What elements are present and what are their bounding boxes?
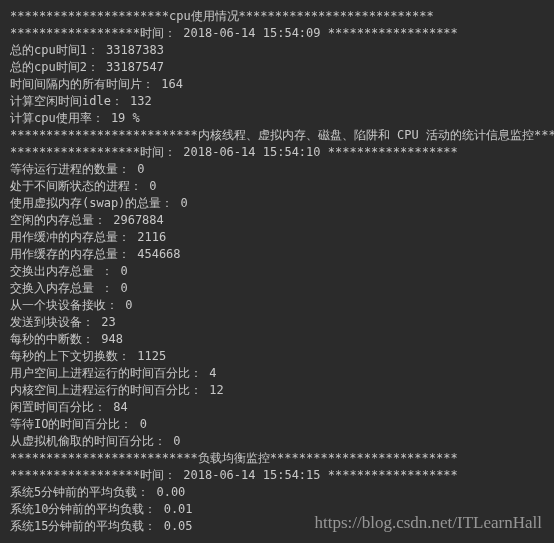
terminal-output: **********************cpu使用情况***********…: [10, 8, 544, 535]
cpu-time-header: ******************时间： 2018-06-14 15:54:0…: [10, 25, 544, 42]
stats-time-header: ******************时间： 2018-06-14 15:54:1…: [10, 144, 544, 161]
stats-waiting-procs: 等待运行进程的数量： 0: [10, 161, 544, 178]
cpu-usage-rate: 计算cpu使用率： 19 %: [10, 110, 544, 127]
cpu-interval-slices: 时间间隔内的所有时间片： 164: [10, 76, 544, 93]
stats-cache-mem: 用作缓存的内存总量： 454668: [10, 246, 544, 263]
stats-blk-send: 发送到块设备： 23: [10, 314, 544, 331]
stats-section-header: **************************内核线程、虚拟内存、磁盘、陷…: [10, 127, 544, 144]
stats-kernel-time: 内核空间上进程运行的时间百分比： 12: [10, 382, 544, 399]
cpu-idle-time: 计算空闲时间idle： 132: [10, 93, 544, 110]
load-avg-15: 系统15分钟前的平均负载： 0.05: [10, 518, 544, 535]
cpu-total-time-2: 总的cpu时间2： 33187547: [10, 59, 544, 76]
load-time-header: ******************时间： 2018-06-14 15:54:1…: [10, 467, 544, 484]
stats-swap-out: 交换出内存总量 ： 0: [10, 263, 544, 280]
stats-ctx-switch: 每秒的上下文切换数： 1125: [10, 348, 544, 365]
load-section-header: **************************负载均衡监控********…: [10, 450, 544, 467]
stats-swap-total: 使用虚拟内存(swap)的总量： 0: [10, 195, 544, 212]
stats-free-mem: 空闲的内存总量： 2967884: [10, 212, 544, 229]
stats-uninterruptible-procs: 处于不间断状态的进程： 0: [10, 178, 544, 195]
cpu-total-time-1: 总的cpu时间1： 33187383: [10, 42, 544, 59]
stats-swap-in: 交换入内存总量 ： 0: [10, 280, 544, 297]
stats-vm-steal-pct: 从虚拟机偷取的时间百分比： 0: [10, 433, 544, 450]
stats-idle-pct: 闲置时间百分比： 84: [10, 399, 544, 416]
cpu-section-header: **********************cpu使用情况***********…: [10, 8, 544, 25]
stats-interrupts: 每秒的中断数： 948: [10, 331, 544, 348]
stats-buffer-mem: 用作缓冲的内存总量： 2116: [10, 229, 544, 246]
stats-user-time: 用户空间上进程运行的时间百分比： 4: [10, 365, 544, 382]
load-avg-5: 系统5分钟前的平均负载： 0.00: [10, 484, 544, 501]
stats-io-wait-pct: 等待IO的时间百分比： 0: [10, 416, 544, 433]
load-avg-10: 系统10分钟前的平均负载： 0.01: [10, 501, 544, 518]
stats-blk-recv: 从一个块设备接收： 0: [10, 297, 544, 314]
